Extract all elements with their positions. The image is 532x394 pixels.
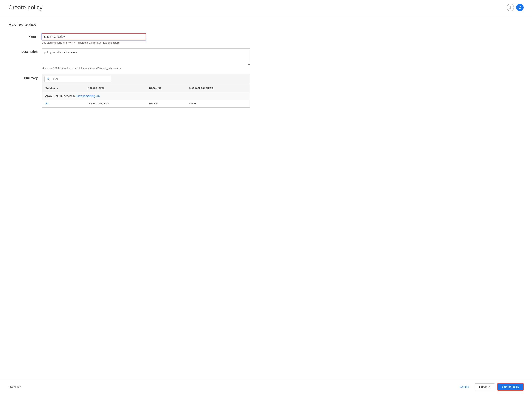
filter-bar: 🔍	[42, 74, 250, 84]
steps-indicator: 1 2	[506, 4, 524, 11]
s3-service-link[interactable]: S3	[45, 102, 49, 105]
description-field-container: Maximum 1000 characters. Use alphanumeri…	[42, 48, 250, 70]
name-input[interactable]	[42, 33, 146, 40]
search-icon: 🔍	[47, 77, 50, 81]
description-hint: Maximum 1000 characters. Use alphanumeri…	[42, 67, 250, 70]
cell-service: S3	[42, 100, 84, 107]
name-field-container: Use alphanumeric and '+=,.@-_' character…	[42, 33, 250, 44]
summary-label: Summary	[8, 74, 42, 80]
previous-button[interactable]: Previous	[475, 383, 495, 390]
name-form-group: Name* Use alphanumeric and '+=,.@-_' cha…	[8, 33, 524, 44]
cancel-button[interactable]: Cancel	[457, 384, 472, 390]
column-request-condition: Request condition	[186, 84, 250, 92]
filter-input-wrapper: 🔍	[44, 76, 111, 82]
page-footer: * Required Cancel Previous Create policy	[0, 380, 532, 394]
table-header: Service ▼ Access level Resource Request …	[42, 84, 250, 92]
allow-row-cell: Allow (1 of 233 services) Show remaining…	[42, 92, 250, 100]
step-2: 2	[516, 4, 524, 11]
create-policy-button[interactable]: Create policy	[497, 383, 524, 391]
section-title: Review policy	[8, 22, 524, 27]
page-title: Create policy	[8, 4, 42, 11]
name-hint: Use alphanumeric and '+=,.@-_' character…	[42, 41, 250, 44]
step-1: 1	[506, 4, 514, 11]
cell-resource: Multiple	[146, 100, 186, 107]
description-label: Description	[8, 48, 42, 53]
filter-input[interactable]	[52, 77, 109, 81]
description-textarea[interactable]	[42, 48, 250, 65]
show-remaining-link[interactable]: Show remaining 232	[75, 94, 100, 98]
main-content: Review policy Name* Use alphanumeric and…	[0, 15, 532, 380]
summary-table-container: 🔍 Service ▼ Access level	[42, 74, 250, 108]
cell-access-level: Limited: List, Read	[84, 100, 146, 107]
name-label: Name*	[8, 33, 42, 38]
column-resource: Resource	[146, 84, 186, 92]
allow-text: Allow (1 of 233 services)	[45, 94, 75, 98]
table-row: S3 Limited: List, Read Multiple None	[42, 100, 250, 107]
description-form-group: Description Maximum 1000 characters. Use…	[8, 48, 524, 70]
summary-table: Service ▼ Access level Resource Request …	[42, 84, 250, 107]
summary-section: Summary 🔍 Service ▼ Access level	[8, 74, 524, 108]
page-header: Create policy 1 2	[0, 0, 532, 15]
sort-arrow-icon: ▼	[56, 87, 59, 90]
column-service[interactable]: Service ▼	[42, 84, 84, 92]
table-body: Allow (1 of 233 services) Show remaining…	[42, 92, 250, 107]
allow-row: Allow (1 of 233 services) Show remaining…	[42, 92, 250, 100]
cell-request-condition: None	[186, 100, 250, 107]
column-access-level: Access level	[84, 84, 146, 92]
footer-actions: Cancel Previous Create policy	[457, 383, 524, 391]
required-label: * Required	[8, 385, 21, 389]
